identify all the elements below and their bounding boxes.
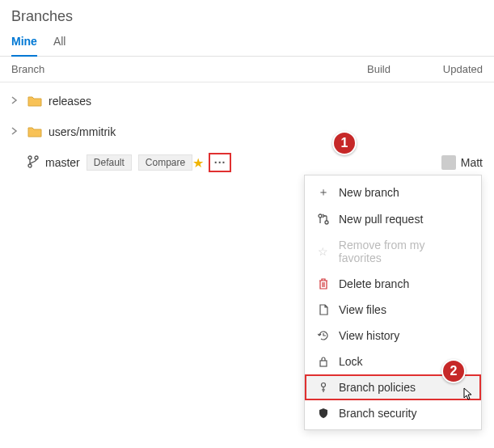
menu-delete-branch[interactable]: Delete branch bbox=[305, 271, 481, 297]
folder-icon bbox=[27, 126, 42, 137]
folder-row[interactable]: users/mmitrik bbox=[0, 116, 494, 147]
branch-row[interactable]: master Default Compare ★ ··· Matt bbox=[0, 147, 494, 178]
callout-1: 1 bbox=[332, 131, 357, 155]
chevron-right-icon bbox=[11, 95, 23, 107]
history-icon bbox=[316, 330, 331, 341]
menu-label: Branch policies bbox=[339, 381, 416, 394]
badge-default: Default bbox=[87, 154, 132, 171]
menu-label: New pull request bbox=[339, 213, 423, 226]
menu-remove-favorite: ☆ Remove from my favorites bbox=[305, 232, 481, 271]
badge-compare: Compare bbox=[138, 154, 192, 171]
folder-name: releases bbox=[49, 95, 91, 108]
menu-label: View files bbox=[339, 303, 386, 316]
menu-view-files[interactable]: View files bbox=[305, 297, 481, 323]
updated-cell: Matt bbox=[304, 155, 483, 170]
page-title: Branches bbox=[0, 0, 494, 30]
avatar bbox=[441, 155, 456, 170]
menu-new-branch[interactable]: ＋ New branch bbox=[305, 179, 481, 206]
shield-icon bbox=[316, 408, 331, 419]
folder-name: users/mmitrik bbox=[49, 125, 116, 138]
folder-row[interactable]: releases bbox=[0, 86, 494, 116]
menu-label: Remove from my favorites bbox=[339, 239, 470, 264]
svg-point-3 bbox=[319, 214, 322, 218]
column-headers: Branch Build Updated bbox=[0, 57, 494, 82]
menu-label: New branch bbox=[339, 186, 399, 199]
tab-all[interactable]: All bbox=[53, 30, 66, 56]
branch-icon bbox=[27, 155, 39, 171]
menu-label: View history bbox=[339, 329, 399, 342]
svg-point-2 bbox=[28, 164, 32, 167]
updated-by-name: Matt bbox=[461, 156, 483, 169]
svg-point-0 bbox=[28, 156, 32, 159]
branch-name: master bbox=[45, 156, 80, 169]
callout-2: 2 bbox=[441, 359, 466, 383]
policy-icon bbox=[316, 382, 331, 393]
file-icon bbox=[316, 304, 331, 315]
tab-mine[interactable]: Mine bbox=[11, 30, 37, 56]
col-updated: Updated bbox=[440, 63, 483, 75]
star-icon[interactable]: ★ bbox=[192, 155, 204, 171]
menu-label: Lock bbox=[339, 355, 363, 368]
folder-icon bbox=[27, 95, 42, 107]
plus-icon: ＋ bbox=[316, 185, 331, 200]
menu-label: Delete branch bbox=[339, 277, 409, 290]
col-branch: Branch bbox=[11, 63, 367, 75]
svg-point-6 bbox=[322, 383, 326, 387]
menu-new-pull-request[interactable]: New pull request bbox=[305, 206, 481, 232]
menu-view-history[interactable]: View history bbox=[305, 323, 481, 349]
star-outline-icon: ☆ bbox=[316, 245, 331, 258]
more-actions-button[interactable]: ··· bbox=[209, 153, 231, 172]
context-menu: ＋ New branch New pull request ☆ Remove f… bbox=[304, 175, 482, 430]
svg-rect-5 bbox=[320, 361, 327, 366]
lock-icon bbox=[316, 356, 331, 367]
menu-branch-security[interactable]: Branch security bbox=[305, 400, 481, 426]
trash-icon bbox=[316, 278, 331, 290]
svg-point-1 bbox=[35, 156, 38, 159]
chevron-right-icon bbox=[11, 126, 23, 137]
menu-label: Branch security bbox=[339, 407, 416, 420]
svg-point-4 bbox=[325, 221, 328, 224]
pull-request-icon bbox=[316, 213, 331, 225]
col-build: Build bbox=[367, 63, 440, 75]
branch-list: releases users/mmitrik master Default Co… bbox=[0, 82, 494, 181]
tabs: Mine All bbox=[0, 30, 494, 57]
